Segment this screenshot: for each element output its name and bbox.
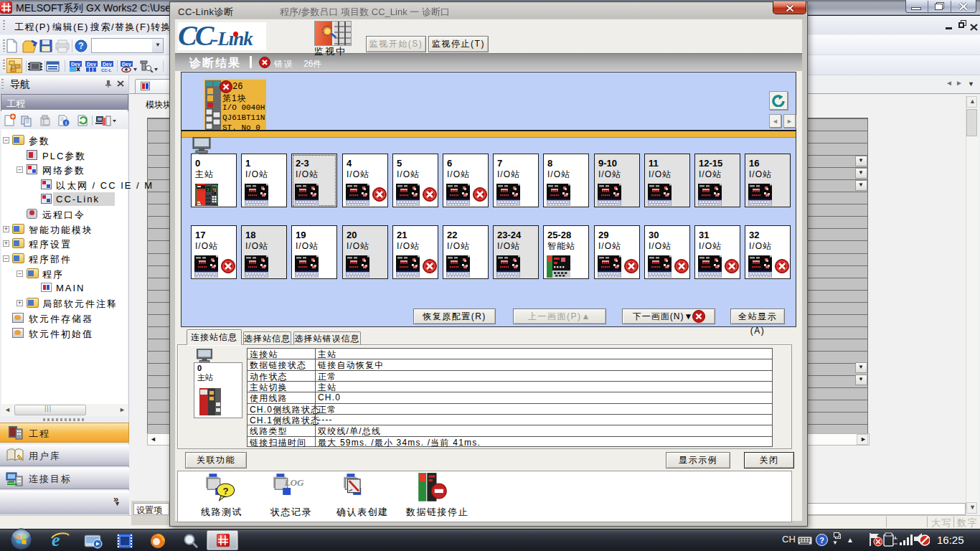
svg-text:Dev: Dev (87, 62, 96, 67)
svg-text:Dev: Dev (122, 62, 131, 67)
svg-text:?: ? (222, 486, 228, 496)
svg-text:CC-L: CC-L (101, 68, 112, 72)
svg-text:Dev: Dev (103, 62, 112, 67)
svg-text:LOG: LOG (283, 477, 304, 488)
svg-text:?: ? (819, 536, 824, 545)
svg-text:Dev: Dev (71, 62, 80, 67)
svg-text:?: ? (78, 41, 83, 51)
svg-text:i: i (65, 121, 67, 126)
